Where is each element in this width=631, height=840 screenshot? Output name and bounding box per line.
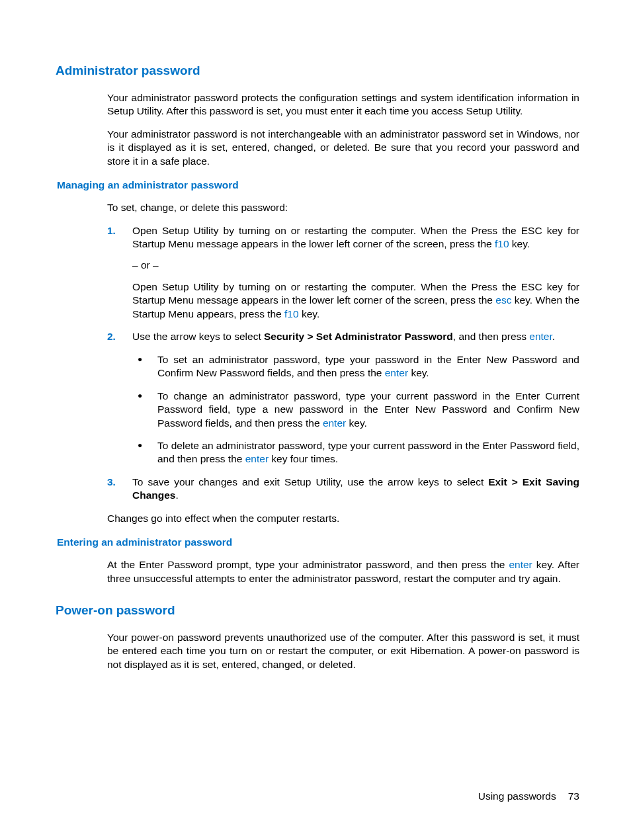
step-number: 1. (107, 224, 116, 237)
heading-administrator-password: Administrator password (56, 63, 579, 79)
managing-steps-list: 1. Open Setup Utility by turning on or r… (107, 224, 579, 503)
power-on-para: Your power-on password prevents unauthor… (107, 631, 579, 671)
step-1: 1. Open Setup Utility by turning on or r… (107, 224, 579, 321)
bul2-b: key. (346, 417, 367, 429)
step1-text-e: key. (299, 308, 320, 319)
bullet-delete-password: To delete an administrator password, typ… (132, 439, 579, 466)
entering-a: At the Enter Password prompt, type your … (107, 559, 509, 570)
step2-text-b: , and then press (453, 331, 529, 342)
managing-outro: Changes go into effect when the computer… (107, 512, 579, 525)
bul3-b: key four times. (269, 453, 338, 464)
step1-or: – or – (132, 259, 579, 272)
heading-managing-admin: Managing an administrator password (57, 179, 579, 192)
admin-intro-p1: Your administrator password protects the… (107, 91, 579, 118)
key-f10: f10 (495, 238, 509, 249)
bullet-set-password: To set an administrator password, type y… (132, 353, 579, 380)
bul2-a: To change an administrator password, typ… (157, 390, 579, 429)
key-f10-b: f10 (284, 308, 299, 319)
step3-text-a: To save your changes and exit Setup Util… (132, 476, 488, 487)
bul3-a: To delete an administrator password, typ… (157, 440, 579, 464)
step-number: 3. (107, 476, 116, 489)
admin-intro-p2: Your administrator password is not inter… (107, 128, 579, 168)
entering-para: At the Enter Password prompt, type your … (107, 558, 579, 585)
managing-intro: To set, change, or delete this password: (107, 201, 579, 214)
bul1-b: key. (408, 367, 429, 378)
key-enter: enter (245, 453, 269, 464)
key-enter: enter (323, 417, 346, 429)
key-esc: esc (495, 294, 511, 306)
step2-menu-path: Security > Set Administrator Password (264, 331, 453, 342)
step1-alt: Open Setup Utility by turning on or rest… (132, 280, 579, 321)
bullet-change-password: To change an administrator password, typ… (132, 390, 579, 430)
step2-text-a: Use the arrow keys to select (132, 331, 264, 342)
step-3: 3. To save your changes and exit Setup U… (107, 476, 579, 503)
page-footer: Using passwords73 (478, 790, 579, 803)
step3-text-b: . (175, 489, 178, 501)
heading-power-on-password: Power-on password (56, 603, 579, 619)
key-enter: enter (529, 331, 552, 342)
heading-entering-admin: Entering an administrator password (57, 536, 579, 549)
footer-page-number: 73 (568, 790, 579, 802)
bul1-a: To set an administrator password, type y… (157, 354, 579, 378)
step2-bullets: To set an administrator password, type y… (132, 353, 579, 466)
step-number: 2. (107, 330, 116, 343)
step2-text-c: . (552, 331, 555, 342)
key-enter: enter (385, 367, 408, 378)
footer-chapter: Using passwords (478, 790, 556, 802)
step-2: 2. Use the arrow keys to select Security… (107, 330, 579, 466)
step1-text-b: key. (509, 238, 530, 249)
key-enter: enter (509, 559, 532, 570)
